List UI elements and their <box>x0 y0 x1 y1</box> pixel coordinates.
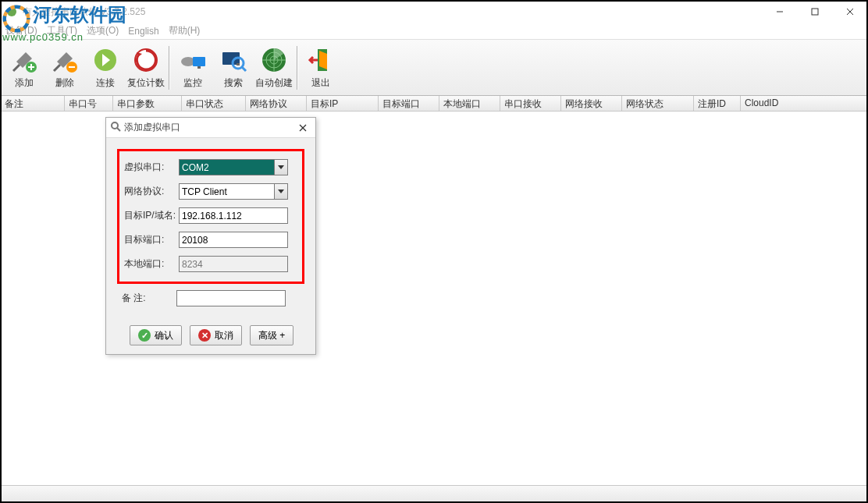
ok-label: 确认 <box>155 329 173 342</box>
chevron-down-icon <box>274 160 287 175</box>
lport-field <box>179 256 288 272</box>
svg-point-0 <box>7 7 16 16</box>
check-icon: ✓ <box>138 329 151 342</box>
col-port[interactable]: 串口号 <box>65 96 113 111</box>
col-note[interactable]: 备注 <box>1 96 65 111</box>
titlebar: 有人虚拟串口软件 V3.7.2.525 <box>1 1 867 23</box>
exit-button[interactable]: 退出 <box>301 42 341 94</box>
delete-label: 删除 <box>55 76 74 90</box>
search-icon <box>219 45 248 75</box>
advanced-label: 高级 + <box>258 329 285 342</box>
chevron-down-icon <box>274 184 287 199</box>
lport-label: 本地端口: <box>123 257 179 271</box>
svg-rect-2 <box>812 9 818 15</box>
svg-rect-12 <box>197 66 201 69</box>
add-port-icon <box>9 45 39 75</box>
reset-icon <box>131 45 161 75</box>
statusbar <box>1 485 867 502</box>
window-title: 有人虚拟串口软件 V3.7.2.525 <box>23 5 762 19</box>
menu-tools[interactable]: 工具(T) <box>47 24 77 37</box>
delete-port-icon <box>50 45 80 75</box>
app-icon <box>5 5 18 18</box>
col-proto[interactable]: 网络协议 <box>246 96 307 111</box>
vcom-value: COM2 <box>182 162 209 173</box>
search-label: 搜索 <box>224 76 243 90</box>
svg-line-16 <box>242 67 246 71</box>
dialog-close-button[interactable] <box>290 118 315 138</box>
connect-button[interactable]: 连接 <box>85 42 126 94</box>
close-button[interactable] <box>832 1 867 23</box>
col-tport[interactable]: 目标端口 <box>379 96 439 111</box>
menu-english[interactable]: English <box>128 26 158 37</box>
col-netrx[interactable]: 网络接收 <box>561 96 622 111</box>
vcom-select[interactable]: COM2 <box>179 159 288 175</box>
vcom-label: 虚拟串口: <box>123 161 179 174</box>
radar-icon <box>259 45 289 75</box>
monitor-label: 监控 <box>183 76 202 90</box>
note-label: 备 注: <box>120 292 176 305</box>
connect-label: 连接 <box>96 76 115 90</box>
maximize-button[interactable] <box>797 1 832 23</box>
ip-field[interactable] <box>179 207 288 224</box>
add-port-dialog: 添加虚拟串口 虚拟串口: COM2 网络协议: TCP Client <box>105 117 316 355</box>
svg-point-9 <box>135 49 157 71</box>
col-status[interactable]: 串口状态 <box>182 96 246 111</box>
menu-device[interactable]: 设备(D) <box>5 24 37 37</box>
proto-select[interactable]: TCP Client <box>179 183 288 200</box>
monitor-button[interactable]: 监控 <box>173 42 213 94</box>
svg-point-25 <box>112 122 118 129</box>
delete-button[interactable]: 删除 <box>44 42 85 94</box>
ok-button[interactable]: ✓ 确认 <box>130 325 182 345</box>
reset-label: 复位计数 <box>127 76 165 90</box>
cancel-label: 取消 <box>215 329 233 342</box>
toolbar-separator <box>297 46 298 90</box>
cancel-button[interactable]: ✕ 取消 <box>190 325 242 345</box>
toolbar: 添加 删除 连接 复位计数 监控 <box>1 40 867 96</box>
col-netstatus[interactable]: 网络状态 <box>622 96 694 111</box>
ip-label: 目标IP/域名: <box>123 209 179 222</box>
note-field[interactable] <box>176 290 286 306</box>
reset-button[interactable]: 复位计数 <box>126 42 166 94</box>
add-button[interactable]: 添加 <box>4 42 44 94</box>
exit-label: 退出 <box>311 76 330 90</box>
tport-label: 目标端口: <box>123 233 179 246</box>
cross-icon: ✕ <box>198 329 211 342</box>
menu-help[interactable]: 帮助(H) <box>169 24 201 37</box>
col-cloudid[interactable]: CloudID <box>741 96 867 111</box>
col-serialrx[interactable]: 串口接收 <box>500 96 561 111</box>
svg-line-26 <box>117 128 120 131</box>
exit-icon <box>306 45 336 75</box>
col-regid[interactable]: 注册ID <box>694 96 741 111</box>
minimize-button[interactable] <box>762 1 797 23</box>
proto-value: TCP Client <box>182 186 227 197</box>
proto-label: 网络协议: <box>123 185 179 198</box>
monitor-icon <box>178 45 208 75</box>
toolbar-separator <box>169 46 170 90</box>
svg-rect-14 <box>237 63 240 66</box>
dialog-title: 添加虚拟串口 <box>124 121 180 134</box>
col-lport[interactable]: 本地端口 <box>439 96 500 111</box>
dialog-titlebar: 添加虚拟串口 <box>106 118 315 138</box>
col-ip[interactable]: 目标IP <box>307 96 379 111</box>
highlight-box: 虚拟串口: COM2 网络协议: TCP Client 目标IP/域名: 目标端… <box>117 149 304 284</box>
autocreate-label: 自动创建 <box>255 76 293 90</box>
col-params[interactable]: 串口参数 <box>113 96 182 111</box>
svg-rect-11 <box>193 57 205 66</box>
magnifier-icon <box>110 121 121 134</box>
menubar: 设备(D) 工具(T) 选项(O) English 帮助(H) <box>1 23 867 40</box>
column-headers: 备注 串口号 串口参数 串口状态 网络协议 目标IP 目标端口 本地端口 串口接… <box>1 96 867 112</box>
menu-options[interactable]: 选项(O) <box>87 24 119 37</box>
connect-icon <box>91 45 120 75</box>
autocreate-button[interactable]: 自动创建 <box>254 42 294 94</box>
add-label: 添加 <box>15 76 34 90</box>
tport-field[interactable] <box>179 232 288 248</box>
advanced-button[interactable]: 高级 + <box>250 325 293 345</box>
search-button[interactable]: 搜索 <box>213 42 254 94</box>
svg-rect-7 <box>69 66 75 68</box>
